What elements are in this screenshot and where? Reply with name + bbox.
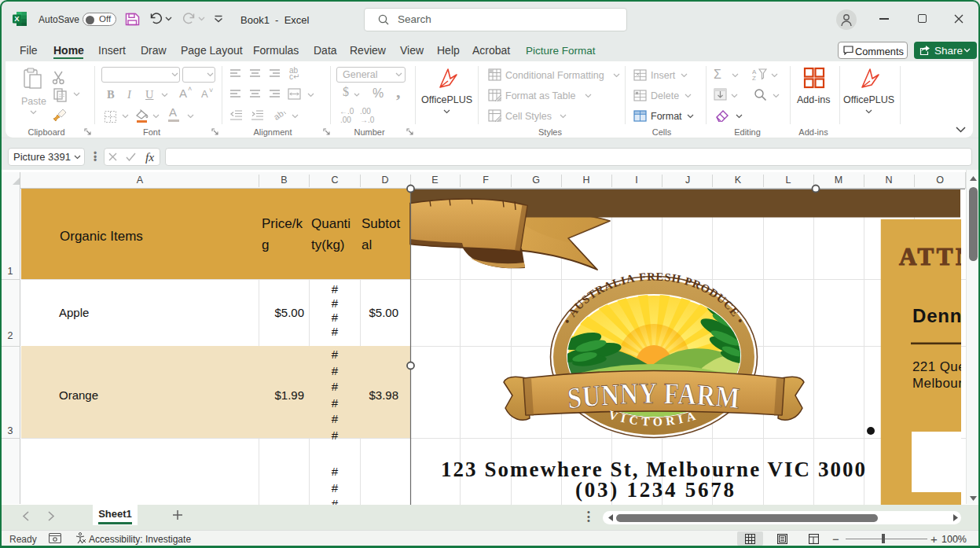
svg-text:ab: ab xyxy=(273,108,285,121)
svg-text:Dennis W: Dennis W xyxy=(912,305,966,326)
svg-text:Melbourne: Melbourne xyxy=(912,376,966,391)
svg-text:(03) 1234 5678: (03) 1234 5678 xyxy=(575,478,734,502)
svg-text:ATTN: ATTN xyxy=(899,243,966,270)
svg-text:Z: Z xyxy=(752,75,756,81)
svg-text:X: X xyxy=(14,14,20,23)
svg-text:SUNNY FARM: SUNNY FARM xyxy=(566,377,741,415)
svg-text:221 Queen: 221 Queen xyxy=(912,359,966,374)
